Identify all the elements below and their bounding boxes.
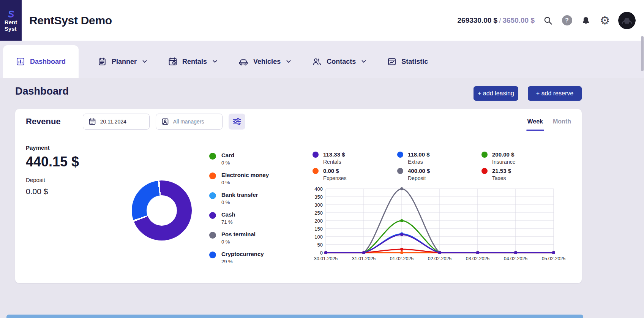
total-value: 118.00 $ xyxy=(408,151,430,158)
tab-label: Contacts xyxy=(327,58,356,66)
search-button[interactable] xyxy=(542,15,554,26)
sliders-icon xyxy=(233,118,241,125)
legend-percent: 0 % xyxy=(221,239,256,245)
gear-icon: ⚙ xyxy=(600,15,610,26)
revenue-totals: 113.33 $ Rentals 118.00 $ Extras 200.00 … xyxy=(313,151,515,181)
add-reserve-button[interactable]: + add reserve xyxy=(528,86,582,101)
legend-label: Bank transfer xyxy=(221,191,258,198)
dashboard-icon xyxy=(16,57,25,66)
search-icon xyxy=(544,16,552,25)
tab-label: Dashboard xyxy=(30,58,66,66)
revenue-line-chart-wrap: 05010015020025030035040030.01.202531.01.… xyxy=(308,185,573,267)
main-nav: Dashboard Planner Rentals Vehicles xyxy=(0,41,644,78)
legend-percent: 0 % xyxy=(221,160,234,166)
calendar-icon xyxy=(88,118,96,125)
total-expenses: 0.00 $ Expenses xyxy=(313,168,397,181)
total-dot xyxy=(481,168,488,174)
rentals-calendar-icon xyxy=(168,57,177,66)
legend-label: Cash xyxy=(221,211,235,218)
legend-item-electronic-money: Electronic money 0 % xyxy=(209,172,269,187)
manager-filter-select[interactable]: All managers xyxy=(156,114,223,130)
donut-hole xyxy=(147,195,177,226)
total-dot xyxy=(313,152,319,158)
svg-text:04.02.2025: 04.02.2025 xyxy=(504,256,528,261)
legend-dot xyxy=(209,252,216,258)
date-filter-value: 20.11.2024 xyxy=(100,119,126,125)
period-month-tab[interactable]: Month xyxy=(553,118,571,125)
bell-icon xyxy=(582,16,590,25)
revenue-line-chart: 05010015020025030035040030.01.202531.01.… xyxy=(308,185,573,266)
svg-text:0: 0 xyxy=(320,250,323,256)
period-week-tab[interactable]: Week xyxy=(527,118,543,125)
tab-planner[interactable]: Planner xyxy=(95,45,149,78)
tab-label: Rentals xyxy=(182,58,207,66)
date-filter-input[interactable]: 20.11.2024 xyxy=(83,114,150,130)
filters-button[interactable] xyxy=(229,114,245,130)
legend-dot xyxy=(209,153,216,160)
svg-text:03.02.2025: 03.02.2025 xyxy=(466,256,490,261)
settings-button[interactable]: ⚙ xyxy=(599,15,611,26)
statistic-icon xyxy=(387,57,396,66)
manager-filter-value: All managers xyxy=(173,119,204,125)
tab-vehicles[interactable]: Vehicles xyxy=(236,45,293,78)
tab-statistic[interactable]: Statistic xyxy=(385,45,430,78)
total-deposit: 400.00 $ Deposit xyxy=(397,168,481,181)
total-insurance: 200.00 $ Insurance xyxy=(481,151,515,165)
legend-dot xyxy=(209,192,216,199)
total-label: Extras xyxy=(408,159,430,165)
help-icon: ? xyxy=(562,15,572,25)
total-dot xyxy=(313,168,319,174)
svg-text:31.01.2025: 31.01.2025 xyxy=(352,256,376,261)
total-value: 0.00 $ xyxy=(323,168,346,174)
add-leasing-button[interactable]: + add leasing xyxy=(474,86,518,101)
tab-label: Planner xyxy=(112,58,137,66)
svg-text:01.02.2025: 01.02.2025 xyxy=(390,256,414,261)
logo-text-line2: Syst xyxy=(5,26,17,32)
notifications-button[interactable] xyxy=(580,15,592,26)
revenue-card: Revenue 20.11.2024 All managers xyxy=(15,109,582,283)
total-dot xyxy=(397,152,403,158)
payment-value: 440.15 $ xyxy=(26,154,79,170)
legend-percent: 0 % xyxy=(221,180,269,185)
user-avatar[interactable] xyxy=(618,12,636,29)
total-value: 113.33 $ xyxy=(323,151,345,158)
total-value: 200.00 $ xyxy=(492,151,515,158)
help-button[interactable]: ? xyxy=(561,15,573,26)
tab-label: Statistic xyxy=(401,58,428,66)
legend-label: Electronic money xyxy=(221,172,269,178)
total-label: Insurance xyxy=(492,159,515,165)
vertical-scrollbar[interactable] xyxy=(641,36,644,71)
legend-label: Cryptocurrency xyxy=(221,251,264,257)
legend-label: Pos terminal xyxy=(221,231,256,237)
balance-primary: 269330.00 $ xyxy=(458,16,498,24)
legend-label: Card xyxy=(221,152,234,158)
balance-separator: / xyxy=(497,16,502,24)
legend-item-card: Card 0 % xyxy=(209,152,269,167)
legend-item-bank-transfer: Bank transfer 0 % xyxy=(209,191,269,206)
total-dot xyxy=(481,152,488,158)
rentsyst-app: S Rent Syst RentSyst Demo 269330.00 $/36… xyxy=(0,0,644,318)
tab-rentals[interactable]: Rentals xyxy=(166,45,219,78)
tab-contacts[interactable]: Contacts xyxy=(310,45,368,78)
svg-text:05.02.2025: 05.02.2025 xyxy=(542,256,566,261)
total-dot xyxy=(397,168,403,174)
revenue-card-body: Payment 440.15 $ Deposit 0.00 $ Card 0 %… xyxy=(15,134,582,283)
header-actions: 269330.00 $/3650.00 $ ? ⚙ xyxy=(458,12,644,29)
total-label: Taxes xyxy=(492,175,511,181)
payment-donut-chart xyxy=(132,180,192,240)
svg-text:02.02.2025: 02.02.2025 xyxy=(428,256,452,261)
next-section-top-edge xyxy=(6,315,583,318)
balance-secondary: 3650.00 $ xyxy=(502,16,535,24)
chevron-down-icon xyxy=(286,60,291,63)
rentsyst-logo[interactable]: S Rent Syst xyxy=(0,0,22,41)
legend-item-cash: Cash 71 % xyxy=(209,211,269,226)
revenue-card-header: Revenue 20.11.2024 All managers xyxy=(15,109,582,134)
app-title: RentSyst Demo xyxy=(29,14,112,27)
planner-icon xyxy=(98,57,107,66)
app-header: S Rent Syst RentSyst Demo 269330.00 $/36… xyxy=(0,0,644,41)
deposit-value: 0.00 $ xyxy=(26,187,79,196)
deposit-label: Deposit xyxy=(26,177,79,183)
legend-dot xyxy=(209,172,216,179)
tab-dashboard[interactable]: Dashboard xyxy=(3,45,79,78)
legend-dot xyxy=(209,212,216,219)
